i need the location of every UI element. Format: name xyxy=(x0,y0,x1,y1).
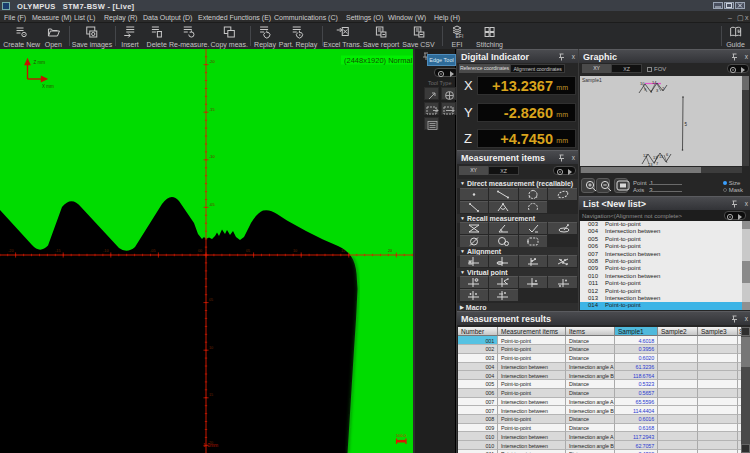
svg-text:20: 20 xyxy=(388,249,392,253)
svg-text:EFI: EFI xyxy=(456,33,464,39)
svg-text:1.0mm: 1.0mm xyxy=(203,442,218,448)
svg-text:-20: -20 xyxy=(209,60,215,64)
svg-text:15: 15 xyxy=(341,249,345,253)
svg-text:Sample1: Sample1 xyxy=(582,77,602,83)
svg-text:X mm: X mm xyxy=(42,84,54,89)
svg-text:10: 10 xyxy=(209,346,213,350)
svg-text:5: 5 xyxy=(685,122,688,127)
svg-text:-05: -05 xyxy=(209,203,215,207)
svg-text:3: 3 xyxy=(656,88,659,93)
svg-text:Z mm: Z mm xyxy=(34,60,46,65)
svg-text:-15: -15 xyxy=(55,249,61,253)
svg-text:6: 6 xyxy=(666,152,669,157)
svg-text:-15: -15 xyxy=(209,108,215,112)
svg-text:10: 10 xyxy=(293,249,297,253)
svg-text:7: 7 xyxy=(656,161,659,166)
svg-text:15: 15 xyxy=(209,393,213,397)
svg-text:-20: -20 xyxy=(8,249,14,253)
svg-text:-10: -10 xyxy=(103,249,109,253)
svg-text:(2448x1920) Normal: (2448x1920) Normal xyxy=(344,56,413,65)
svg-text:00: 00 xyxy=(198,249,202,253)
svg-text:12: 12 xyxy=(643,153,648,158)
svg-text:10: 10 xyxy=(640,81,645,86)
svg-text:500.0: 500.0 xyxy=(396,433,407,438)
svg-text:14: 14 xyxy=(652,80,657,85)
svg-text:13: 13 xyxy=(653,155,658,160)
svg-text:-10: -10 xyxy=(209,155,215,159)
svg-text:05: 05 xyxy=(246,249,250,253)
svg-text:-05: -05 xyxy=(150,249,156,253)
svg-text:13: 13 xyxy=(648,162,653,166)
svg-text:05: 05 xyxy=(209,298,213,302)
